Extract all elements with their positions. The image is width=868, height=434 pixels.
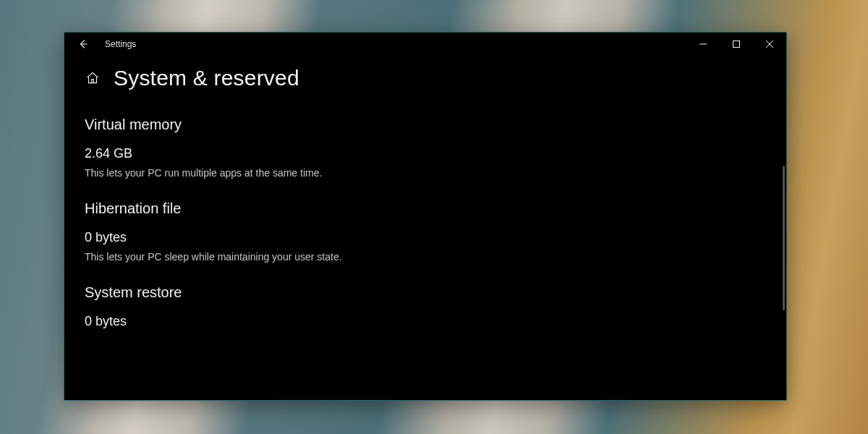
- virtual-memory-value: 2.64 GB: [85, 146, 766, 161]
- maximize-button[interactable]: [720, 33, 753, 56]
- page-header: System & reserved: [85, 66, 766, 90]
- system-restore-value: 0 bytes: [85, 314, 766, 329]
- section-virtual-memory: Virtual memory 2.64 GB This lets your PC…: [85, 116, 766, 179]
- section-hibernation-file: Hibernation file 0 bytes This lets your …: [85, 200, 766, 263]
- minimize-button[interactable]: [686, 33, 720, 56]
- maximize-icon: [733, 41, 740, 48]
- hibernation-file-description: This lets your PC sleep while maintainin…: [85, 251, 766, 263]
- section-heading: System restore: [85, 284, 766, 301]
- home-button[interactable]: [85, 70, 101, 86]
- close-button[interactable]: [753, 33, 786, 56]
- back-button[interactable]: [76, 37, 90, 51]
- titlebar: Settings: [64, 33, 786, 56]
- arrow-left-icon: [78, 39, 88, 49]
- home-icon: [85, 71, 100, 85]
- settings-window: Settings: [64, 32, 787, 401]
- hibernation-file-value: 0 bytes: [85, 230, 766, 245]
- window-title: Settings: [105, 39, 136, 49]
- scrollbar-thumb[interactable]: [783, 166, 785, 310]
- close-icon: [766, 41, 773, 48]
- page-title: System & reserved: [114, 66, 299, 90]
- section-system-restore: System restore 0 bytes: [85, 284, 766, 329]
- svg-rect-0: [733, 41, 740, 48]
- window-body: System & reserved Virtual memory 2.64 GB…: [64, 56, 786, 400]
- minimize-icon: [699, 41, 707, 48]
- virtual-memory-description: This lets your PC run multiple apps at t…: [85, 167, 766, 179]
- desktop-wallpaper: Settings: [0, 0, 868, 434]
- section-heading: Virtual memory: [85, 116, 766, 133]
- section-heading: Hibernation file: [85, 200, 766, 217]
